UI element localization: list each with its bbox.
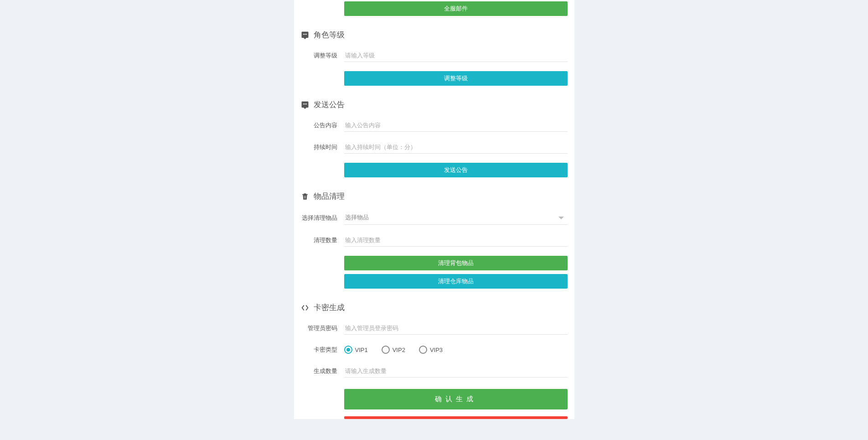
- main-panel: 全服邮件 角色等级 调整等级 调整等级 发送公告 公告内容: [294, 0, 574, 419]
- cardkey-pwd-row: 管理员密码: [301, 322, 568, 335]
- section-cleanup: 物品清理 选择清理物品 选择物品 清理数量 清理背包物品 清理仓库物品: [301, 191, 568, 289]
- radio-icon: [419, 346, 427, 354]
- comment-icon: [301, 101, 309, 109]
- cardkey-type-radio-group: VIP1 VIP2 VIP3: [344, 344, 568, 356]
- cleanup-qty-row: 清理数量: [301, 234, 568, 247]
- radio-label: VIP2: [393, 347, 405, 353]
- cardkey-confirm-row: 确认生成: [301, 389, 568, 409]
- section-cardkey: 卡密生成 管理员密码 卡密类型 VIP1 VIP2: [301, 302, 568, 419]
- level-field-row: 调整等级: [301, 49, 568, 62]
- cleanup-item-select[interactable]: 选择物品: [344, 211, 568, 225]
- confirm-generate-button[interactable]: 确认生成: [344, 389, 568, 409]
- cardkey-qty-row: 生成数量: [301, 365, 568, 378]
- cleanup-qty-input[interactable]: [344, 234, 568, 247]
- section-header-role-level: 角色等级: [301, 30, 568, 40]
- cleanup-select-row: 选择清理物品 选择物品: [301, 211, 568, 225]
- cardkey-secondary-button[interactable]: [344, 416, 568, 419]
- radio-icon: [344, 346, 352, 354]
- radio-label: VIP3: [430, 347, 443, 353]
- announce-button-row: 发送公告: [301, 163, 568, 177]
- adjust-level-button[interactable]: 调整等级: [344, 71, 568, 86]
- announce-content-label: 公告内容: [301, 121, 344, 129]
- cardkey-qty-label: 生成数量: [301, 367, 344, 375]
- announce-duration-row: 持续时间: [301, 141, 568, 154]
- top-button-row: 全服邮件: [301, 1, 568, 16]
- cleanup-select-label: 选择清理物品: [301, 214, 344, 222]
- radio-vip3[interactable]: VIP3: [419, 346, 443, 354]
- cleanup-bag-row: 清理背包物品: [301, 256, 568, 270]
- cardkey-type-row: 卡密类型 VIP1 VIP2 VIP3: [301, 344, 568, 356]
- section-role-level: 角色等级 调整等级 调整等级: [301, 30, 568, 86]
- section-announce: 发送公告 公告内容 持续时间 发送公告: [301, 99, 568, 177]
- code-icon: [301, 304, 309, 312]
- section-header-cleanup: 物品清理: [301, 191, 568, 202]
- announce-content-input[interactable]: [344, 119, 568, 132]
- section-header-announce: 发送公告: [301, 99, 568, 110]
- level-button-row: 调整等级: [301, 71, 568, 86]
- send-announce-button[interactable]: 发送公告: [344, 163, 568, 177]
- cleanup-qty-label: 清理数量: [301, 236, 344, 244]
- announce-duration-input[interactable]: [344, 141, 568, 154]
- radio-label: VIP1: [355, 347, 368, 353]
- chevron-down-icon: [558, 217, 564, 219]
- cleanup-bag-button[interactable]: 清理背包物品: [344, 256, 568, 270]
- admin-password-input[interactable]: [344, 322, 568, 335]
- section-title: 卡密生成: [314, 302, 345, 313]
- announce-duration-label: 持续时间: [301, 143, 344, 151]
- cardkey-pwd-label: 管理员密码: [301, 324, 344, 332]
- trash-icon: [301, 192, 309, 201]
- section-title: 角色等级: [314, 30, 345, 40]
- cleanup-warehouse-button[interactable]: 清理仓库物品: [344, 274, 568, 289]
- cleanup-warehouse-row: 清理仓库物品: [301, 274, 568, 289]
- comment-icon: [301, 31, 309, 39]
- section-header-cardkey: 卡密生成: [301, 302, 568, 313]
- cardkey-type-label: 卡密类型: [301, 346, 344, 354]
- section-title: 物品清理: [314, 191, 345, 202]
- level-input[interactable]: [344, 49, 568, 62]
- all-server-mail-button[interactable]: 全服邮件: [344, 1, 568, 16]
- radio-vip1[interactable]: VIP1: [344, 346, 368, 354]
- cardkey-qty-input[interactable]: [344, 365, 568, 378]
- radio-icon: [382, 346, 390, 354]
- announce-content-row: 公告内容: [301, 119, 568, 132]
- section-title: 发送公告: [314, 99, 345, 110]
- radio-vip2[interactable]: VIP2: [382, 346, 405, 354]
- cardkey-red-row: [301, 416, 568, 419]
- level-label: 调整等级: [301, 52, 344, 60]
